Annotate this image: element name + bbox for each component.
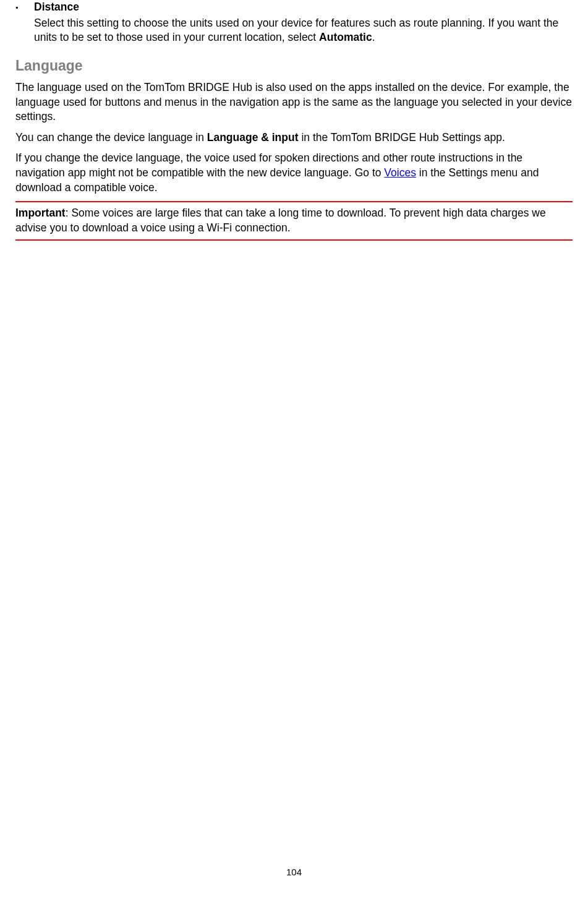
language-para3: If you change the device language, the v… bbox=[15, 151, 573, 195]
language-input-bold: Language & input bbox=[207, 131, 299, 144]
important-notice-box: Important: Some voices are large files t… bbox=[15, 201, 573, 240]
language-para2-part1: You can change the device language in bbox=[15, 131, 207, 144]
language-para1: The language used on the TomTom BRIDGE H… bbox=[15, 80, 573, 124]
bullet-marker: ▪ bbox=[15, 0, 34, 45]
important-body: : Some voices are large files that can t… bbox=[15, 207, 546, 234]
important-notice-text: Important: Some voices are large files t… bbox=[15, 206, 573, 235]
distance-text-part1: Select this setting to choose the units … bbox=[34, 17, 558, 44]
distance-text-part2: . bbox=[372, 31, 375, 43]
important-label: Important bbox=[15, 207, 66, 219]
language-section-heading: Language bbox=[15, 56, 573, 75]
distance-description: Select this setting to choose the units … bbox=[34, 16, 573, 45]
page-number: 104 bbox=[0, 866, 588, 878]
language-para2: You can change the device language in La… bbox=[15, 131, 573, 145]
distance-content: Distance Select this setting to choose t… bbox=[34, 0, 573, 45]
voices-link[interactable]: Voices bbox=[384, 166, 416, 179]
distance-heading: Distance bbox=[34, 0, 573, 15]
distance-automatic-bold: Automatic bbox=[319, 31, 372, 43]
language-para2-part2: in the TomTom BRIDGE Hub Settings app. bbox=[299, 131, 505, 144]
distance-setting-item: ▪ Distance Select this setting to choose… bbox=[15, 0, 573, 45]
